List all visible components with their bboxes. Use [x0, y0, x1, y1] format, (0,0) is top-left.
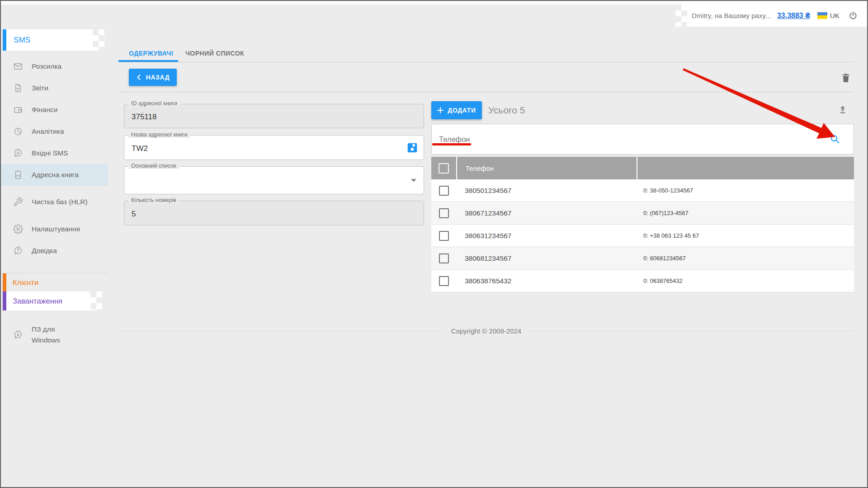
back-button-label: НАЗАД [146, 74, 170, 81]
sidebar-item-analityka[interactable]: Аналітика [1, 121, 108, 142]
book-name-value[interactable]: TW2 [132, 144, 148, 153]
sms-band-checker-decoration [93, 29, 104, 51]
row-checkbox[interactable] [439, 208, 449, 218]
note-column-header [637, 157, 854, 179]
app-window: Dmitry, на Вашому раху... 33,3883 ₴ UK S… [0, 0, 868, 488]
footer-divider-right [528, 331, 854, 331]
search-box [431, 124, 854, 155]
back-button[interactable]: НАЗАД [129, 69, 177, 86]
sidebar-item-nalashtuvannya[interactable]: Налаштування [1, 218, 108, 240]
chevron-left-icon [136, 74, 142, 80]
book-id-value: 375118 [132, 113, 156, 122]
book-id-field: ID адресної книги 375118 [124, 104, 424, 128]
numbers-count-field: Кількість номерів 5 [124, 201, 424, 225]
upload-icon [837, 104, 849, 116]
wallet-icon [13, 105, 23, 115]
header-row: Dmitry, на Вашому раху... 33,3883 ₴ UK [692, 5, 863, 27]
table-row: 380638765432 0: 0638765432 [431, 270, 854, 292]
plus-icon [437, 107, 443, 113]
sidebar-item-label: Чистка баз (HLR) [32, 197, 91, 207]
sidebar-item-label: Фінанси [32, 104, 91, 115]
sidebar-item-label: Довідка [32, 245, 91, 256]
toolbar-divider [118, 92, 854, 92]
table-row: 380671234567 0: (067)123-4567 [431, 202, 854, 225]
recipients-table: Телефон 380501234567 0: 38-050-1234567 3… [431, 157, 854, 292]
table-row: 380501234567 0: 38-050-1234567 [431, 179, 854, 202]
tab-recipients[interactable]: ОДЕРЖУВАЧІ [129, 45, 173, 62]
power-icon [848, 10, 859, 21]
row-checkbox[interactable] [439, 253, 449, 263]
search-button[interactable] [830, 134, 840, 145]
report-icon [13, 83, 23, 93]
sidebar-item-label: ПЗ для Windows [32, 324, 75, 346]
copyright-text: Copyright © 2008-2024 [451, 327, 521, 335]
sms-accent-bar [3, 29, 6, 51]
trash-icon [840, 72, 852, 84]
ukraine-flag-icon [817, 12, 827, 19]
numbers-count-value: 5 [132, 210, 136, 219]
sidebar-item-finansy[interactable]: Фінанси [1, 99, 108, 121]
row-checkbox[interactable] [439, 276, 449, 286]
top-strip [1, 1, 867, 5]
footer-divider-left [118, 331, 445, 331]
search-input[interactable] [431, 124, 854, 155]
sidebar-item-dovidka[interactable]: Довідка [1, 240, 108, 262]
footer: Copyright © 2008-2024 [118, 327, 854, 335]
search-icon [830, 134, 840, 145]
row-checkbox[interactable] [439, 231, 449, 241]
wrench-icon [13, 197, 23, 207]
clients-accent-bar [3, 273, 6, 291]
total-count-label: Усього 5 [488, 101, 525, 119]
sidebar-item-zvity[interactable]: Звіти [1, 77, 108, 99]
sidebar-item-adresna-knyha[interactable]: Адресна книга [1, 164, 108, 186]
downloads-accent-bar [3, 291, 6, 310]
add-recipient-button[interactable]: ДОДАТИ [431, 101, 482, 119]
download-icon [13, 330, 23, 340]
address-book-icon [13, 170, 23, 180]
book-name-field[interactable]: Назва адресної книги TW2 [124, 135, 424, 160]
phone-cell: 380638765432 [456, 277, 637, 285]
note-cell: 0: (067)123-4567 [637, 210, 854, 216]
sidebar-item-chystka-baz[interactable]: Чистка баз (HLR) [1, 186, 108, 218]
sidebar-item-label: Адресна книга [32, 169, 91, 180]
table-row: 380631234567 0: +38 063 123 45 67 [431, 225, 854, 247]
select-all-checkbox[interactable] [439, 163, 449, 174]
gear-icon [13, 224, 23, 234]
mail-icon [13, 61, 23, 71]
sidebar-item-label: Розсилка [32, 61, 91, 72]
main-list-select[interactable]: Основний список [124, 166, 424, 194]
main-list-label: Основний список [128, 163, 179, 169]
phone-cell: 380631234567 [456, 232, 637, 240]
sidebar-item-vhidni-sms[interactable]: Вхідні SMS [1, 142, 108, 164]
note-cell: 0: +38 063 123 45 67 [637, 232, 854, 239]
note-cell: 0: 80681234567 [637, 255, 854, 262]
tab-blacklist[interactable]: ЧОРНИЙ СПИСОК [185, 45, 244, 62]
delete-book-button[interactable] [840, 72, 852, 84]
incoming-sms-icon [13, 148, 23, 158]
phone-cell: 380501234567 [456, 187, 637, 195]
phone-cell: 380681234567 [456, 254, 637, 263]
sidebar-section-sms[interactable]: SMS [14, 29, 31, 51]
table-header-row: Телефон [431, 157, 854, 179]
note-cell: 0: 38-050-1234567 [637, 187, 854, 194]
save-book-name-button[interactable] [406, 142, 418, 154]
row-checkbox[interactable] [439, 186, 449, 196]
help-icon [13, 246, 23, 256]
phone-cell: 380671234567 [456, 209, 637, 217]
sidebar-item-label: Вхідні SMS [32, 148, 91, 159]
sidebar-section-downloads[interactable]: Завантаження [13, 291, 62, 310]
logout-power-button[interactable] [848, 10, 859, 21]
upload-numbers-button[interactable] [837, 104, 849, 116]
sidebar-section-clients[interactable]: Клієнти [13, 273, 38, 291]
sidebar-item-label: Налаштування [32, 224, 91, 235]
balance-link[interactable]: 33,3883 ₴ [777, 12, 810, 20]
book-name-label: Назва адресної книги [128, 131, 190, 138]
sidebar-item-rozsylka[interactable]: Розсилка [1, 56, 108, 77]
user-greeting: Dmitry, на Вашому раху... [692, 12, 771, 19]
chevron-down-icon[interactable] [411, 179, 416, 182]
sidebar-item-pz-windows[interactable]: ПЗ для Windows [1, 319, 108, 351]
sidebar-item-label: Звіти [32, 83, 91, 94]
language-selector[interactable]: UK [830, 12, 840, 19]
numbers-count-label: Кількість номерів [128, 197, 179, 203]
pie-chart-icon [13, 127, 23, 136]
